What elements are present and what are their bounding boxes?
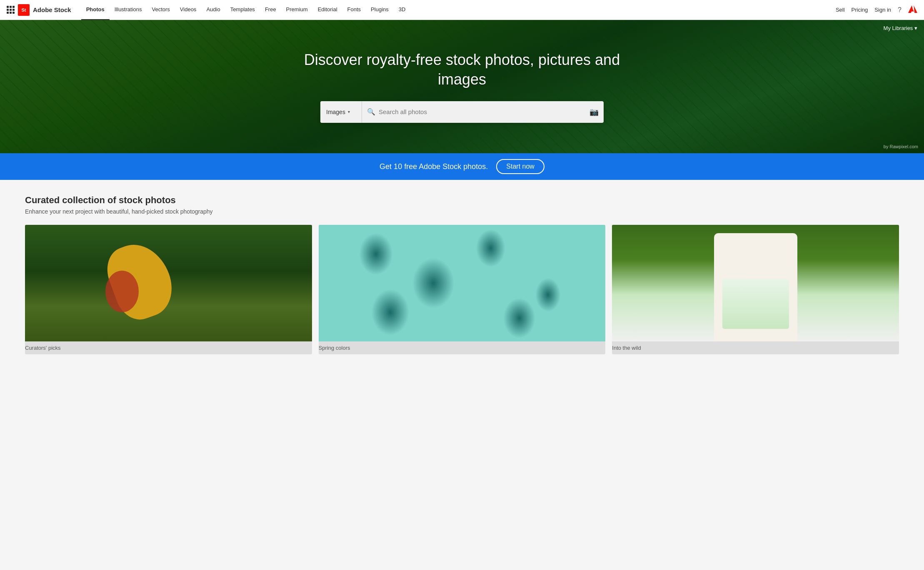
hero-photo-credit: by Rawpixel.com [884,144,918,149]
nav-item-fonts[interactable]: Fonts [342,0,366,20]
nav-item-illustrations[interactable]: Illustrations [110,0,147,20]
photo-card-3[interactable]: Into the wild [612,225,899,354]
nav-right: Sell Pricing Sign in ? [836,5,917,15]
start-now-button[interactable]: Start now [496,159,544,174]
curated-subtitle: Enhance your next project with beautiful… [25,208,899,215]
search-icon: 🔍 [367,108,375,116]
logo-icon: St [18,4,30,16]
curated-title: Curated collection of stock photos [25,195,899,206]
logo-text: Adobe Stock [33,6,71,13]
promo-banner: Get 10 free Adobe Stock photos. Start no… [0,153,924,180]
chevron-down-icon: ▾ [348,110,350,114]
nav-item-audio[interactable]: Audio [201,0,225,20]
nav-item-3d[interactable]: 3D [394,0,411,20]
photo-card-1[interactable]: Curators' picks [25,225,312,354]
nav-items: Photos Illustrations Vectors Videos Audi… [81,0,836,20]
search-type-label: Images [326,109,345,115]
search-type-dropdown[interactable]: Images ▾ [320,101,362,123]
search-input[interactable] [379,108,579,115]
nav-pricing[interactable]: Pricing [852,7,868,13]
photo-image-1 [25,225,312,341]
nav-signin[interactable]: Sign in [874,7,891,13]
photo-image-3 [612,225,899,341]
logo[interactable]: St Adobe Stock [18,4,71,16]
adobe-icon[interactable] [908,5,917,15]
camera-search-icon[interactable]: 📷 [584,107,604,117]
nav-item-vectors[interactable]: Vectors [147,0,175,20]
photo-label-3: Into the wild [612,345,899,354]
photo-label-2: Spring colors [319,345,606,354]
nav-item-videos[interactable]: Videos [175,0,202,20]
photo-label-1: Curators' picks [25,345,312,354]
photo-grid: Curators' picks Spring colors Into the w… [25,225,899,354]
nav-sell[interactable]: Sell [836,7,845,13]
hero-section: My Libraries ▾ Discover royalty-free sto… [0,20,924,153]
navbar: St Adobe Stock Photos Illustrations Vect… [0,0,924,20]
nav-item-plugins[interactable]: Plugins [366,0,394,20]
nav-item-editorial[interactable]: Editorial [313,0,342,20]
nav-item-photos[interactable]: Photos [81,0,110,20]
nav-grid-menu[interactable] [7,6,15,14]
my-libraries-button[interactable]: My Libraries ▾ [884,25,917,31]
hero-title: Discover royalty-free stock photos, pict… [304,50,620,90]
promo-text: Get 10 free Adobe Stock photos. [380,162,488,171]
nav-item-templates[interactable]: Templates [225,0,260,20]
help-icon[interactable]: ? [898,6,902,14]
search-input-wrap: 🔍 [362,108,584,116]
hero-search-bar: Images ▾ 🔍 📷 [320,101,604,123]
adobe-logo-svg [908,5,917,14]
photo-card-2[interactable]: Spring colors [319,225,606,354]
photo-image-2 [319,225,606,341]
nav-item-premium[interactable]: Premium [281,0,313,20]
curated-section: Curated collection of stock photos Enhan… [0,180,924,354]
nav-item-free[interactable]: Free [260,0,281,20]
hero-content: Discover royalty-free stock photos, pict… [0,50,924,123]
